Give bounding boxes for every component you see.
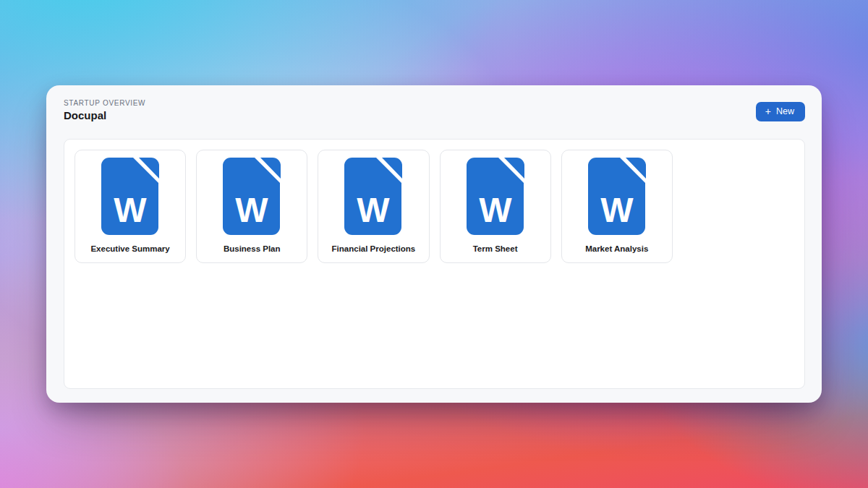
- svg-text:W: W: [236, 191, 269, 229]
- svg-text:W: W: [600, 191, 634, 229]
- word-file-icon: W: [467, 158, 524, 235]
- word-file-icon: W: [223, 158, 281, 235]
- docupal-window: STARTUP OVERVIEW Docupal + New W Executi…: [46, 85, 822, 403]
- document-label: Business Plan: [224, 244, 281, 253]
- document-card-financial-projections[interactable]: W Financial Projections: [318, 150, 429, 263]
- document-card-market-analysis[interactable]: W Market Analysis: [561, 150, 673, 263]
- svg-text:W: W: [114, 191, 147, 229]
- documents-grid: W Executive Summary W Business Plan W: [64, 140, 804, 273]
- document-card-executive-summary[interactable]: W Executive Summary: [75, 150, 186, 263]
- window-header: STARTUP OVERVIEW Docupal + New: [46, 85, 822, 139]
- svg-text:W: W: [479, 191, 512, 229]
- document-label: Term Sheet: [473, 244, 518, 253]
- word-file-icon: W: [344, 158, 402, 235]
- word-file-icon: W: [588, 158, 646, 235]
- new-button[interactable]: + New: [756, 102, 805, 121]
- documents-panel: W Executive Summary W Business Plan W: [64, 139, 805, 389]
- document-label: Executive Summary: [90, 244, 169, 253]
- document-card-business-plan[interactable]: W Business Plan: [196, 150, 307, 263]
- document-label: Financial Projections: [332, 244, 416, 253]
- svg-text:W: W: [357, 191, 391, 229]
- document-card-term-sheet[interactable]: W Term Sheet: [440, 150, 551, 263]
- plus-icon: +: [765, 106, 771, 116]
- eyebrow-label: STARTUP OVERVIEW: [64, 99, 145, 107]
- word-file-icon: W: [101, 158, 159, 235]
- document-label: Market Analysis: [585, 244, 648, 253]
- page-title: Docupal: [64, 109, 145, 121]
- new-button-label: New: [776, 106, 794, 116]
- header-titles: STARTUP OVERVIEW Docupal: [64, 99, 145, 121]
